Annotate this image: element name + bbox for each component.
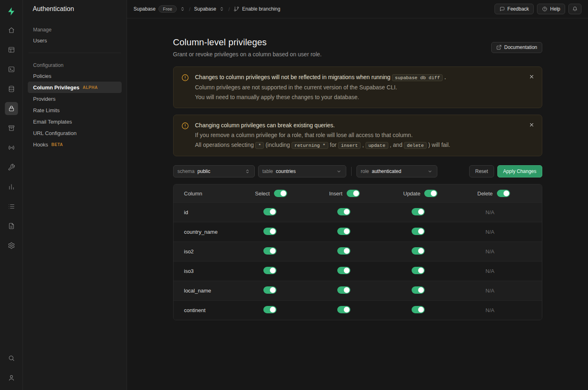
role-select-value: authenticated — [372, 168, 401, 174]
role-select[interactable]: role authenticated — [356, 165, 437, 177]
close-alert-button[interactable] — [526, 71, 537, 82]
feedback-button[interactable]: Feedback — [494, 4, 534, 14]
table-editor-icon[interactable] — [5, 43, 18, 56]
content-scroll-area[interactable]: Column-level privileges Grant or revoke … — [127, 18, 588, 390]
git-branch-icon — [234, 6, 239, 12]
inline-code-delete: delete — [404, 142, 426, 149]
select-toggle[interactable] — [263, 306, 276, 313]
select-toggle[interactable] — [263, 208, 276, 215]
select-all-toggle[interactable] — [274, 190, 287, 197]
sidebar-item-users[interactable]: Users — [28, 35, 122, 46]
column-name: country_name — [174, 229, 245, 235]
notifications-button[interactable] — [568, 4, 581, 14]
close-alert-button[interactable] — [526, 120, 537, 130]
update-all-toggle[interactable] — [424, 190, 437, 197]
alert-title-text: . — [444, 74, 446, 80]
schema-select[interactable]: schema public — [173, 165, 255, 177]
page-title: Column-level privileges — [173, 37, 322, 48]
delete-not-applicable: N/A — [468, 229, 542, 235]
api-docs-icon[interactable] — [5, 219, 18, 233]
chevron-down-icon — [427, 168, 433, 174]
documentation-button[interactable]: Documentation — [491, 42, 542, 53]
enable-branching-button[interactable]: Enable branching — [234, 6, 280, 12]
sidebar-item-providers[interactable]: Providers — [28, 93, 122, 104]
table-row: iso3 N/A — [174, 261, 542, 281]
update-toggle[interactable] — [412, 247, 425, 255]
filters-row: schema public table countries role authe… — [173, 165, 542, 177]
reset-button[interactable]: Reset — [469, 165, 494, 177]
project-switcher[interactable]: Supabase — [194, 6, 225, 12]
page-subtitle: Grant or revoke privileges on a column b… — [173, 51, 322, 58]
search-icon[interactable] — [5, 352, 18, 365]
column-name: local_name — [174, 288, 245, 294]
sidebar-group-manage: Manage — [28, 25, 122, 35]
org-name: Supabase — [134, 6, 156, 12]
supabase-logo-icon[interactable] — [5, 5, 18, 18]
sql-editor-icon[interactable] — [5, 63, 18, 76]
update-toggle[interactable] — [412, 267, 425, 274]
insert-toggle[interactable] — [337, 306, 350, 313]
select-toggle[interactable] — [263, 228, 276, 235]
sidebar-item-rate-limits[interactable]: Rate Limits — [28, 104, 122, 116]
sidebar-item-label: Hooks — [33, 142, 48, 148]
table-select[interactable]: table countries — [258, 165, 346, 177]
advisors-icon[interactable] — [5, 161, 18, 174]
realtime-icon[interactable] — [5, 141, 18, 154]
help-button[interactable]: Help — [537, 4, 565, 14]
insert-toggle[interactable] — [337, 228, 350, 235]
authentication-icon[interactable] — [5, 102, 18, 115]
org-switcher[interactable]: Supabase Free — [134, 5, 185, 13]
privileges-table-header: Column Select Insert Update Delete — [174, 184, 542, 202]
top-bar-actions: Feedback Help — [494, 4, 581, 14]
sidebar-item-email-templates[interactable]: Email Templates — [28, 116, 122, 127]
home-icon[interactable] — [5, 24, 18, 37]
table-row: local_name N/A — [174, 281, 542, 300]
settings-icon[interactable] — [5, 239, 18, 252]
sidebar-item-label: Rate Limits — [33, 107, 60, 113]
app-window: Authentication Manage Users Configuratio… — [0, 0, 588, 390]
reports-icon[interactable] — [5, 180, 18, 193]
top-bar: Supabase Free / Supabase / Enable branch… — [127, 0, 588, 18]
breadcrumb: Supabase Free / Supabase / Enable branch… — [134, 5, 280, 13]
insert-header-label: Insert — [329, 191, 343, 197]
sidebar-item-label: URL Configuration — [33, 130, 76, 136]
update-toggle[interactable] — [412, 228, 425, 235]
update-toggle[interactable] — [412, 306, 425, 313]
chevrons-up-down-icon — [180, 6, 185, 12]
external-link-icon — [496, 44, 502, 50]
sidebar-item-hooks[interactable]: Hooks BETA — [28, 139, 122, 150]
insert-toggle[interactable] — [337, 267, 350, 274]
project-name: Supabase — [194, 6, 216, 12]
select-toggle[interactable] — [263, 267, 276, 274]
nav-rail — [0, 0, 23, 390]
sidebar-item-url-configuration[interactable]: URL Configuration — [28, 127, 122, 139]
update-toggle[interactable] — [412, 286, 425, 294]
table-row: continent N/A — [174, 300, 542, 320]
insert-toggle[interactable] — [337, 247, 350, 255]
delete-all-toggle[interactable] — [497, 190, 510, 197]
chevron-down-icon — [336, 168, 342, 174]
sidebar-item-label: Email Templates — [33, 119, 72, 125]
alert-title-text: Changes to column privileges will not be… — [195, 74, 391, 80]
sidebar-group-configuration: Configuration — [28, 60, 122, 70]
warning-icon — [181, 122, 189, 130]
chevrons-up-down-icon — [219, 6, 225, 12]
sidebar-item-column-privileges[interactable]: Column Privileges ALPHA — [28, 82, 122, 93]
profile-icon[interactable] — [5, 371, 18, 384]
sidebar-item-policies[interactable]: Policies — [28, 70, 122, 82]
enable-branching-label: Enable branching — [242, 6, 280, 12]
table-row: country_name N/A — [174, 222, 542, 242]
storage-icon[interactable] — [5, 122, 18, 135]
apply-changes-button[interactable]: Apply Changes — [497, 165, 542, 177]
queries-warning-alert: Changing column privileges can break exi… — [173, 115, 542, 156]
database-icon[interactable] — [5, 82, 18, 95]
sidebar-item-label: Providers — [33, 96, 56, 102]
insert-toggle[interactable] — [337, 208, 350, 215]
update-toggle[interactable] — [412, 208, 425, 215]
select-toggle[interactable] — [263, 286, 276, 294]
select-toggle[interactable] — [263, 247, 276, 255]
logs-icon[interactable] — [5, 200, 18, 213]
insert-all-toggle[interactable] — [347, 190, 360, 197]
insert-toggle[interactable] — [337, 286, 350, 294]
auth-sidebar: Authentication Manage Users Configuratio… — [23, 0, 127, 390]
